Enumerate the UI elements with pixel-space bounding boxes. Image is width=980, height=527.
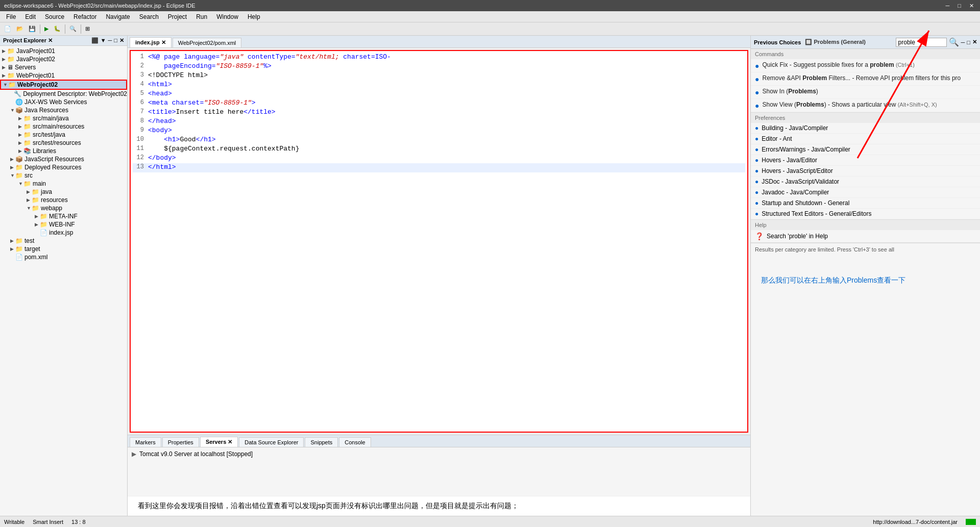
pref-hovers-java[interactable]: ● Hovers - Java/Editor (751, 155, 980, 166)
tab-markers[interactable]: Markers (130, 437, 161, 447)
tree-item-web-inf[interactable]: ▶ 📁 WEB-INF (0, 220, 127, 229)
minimize-button[interactable]: ─ (944, 3, 952, 9)
menu-window[interactable]: Window (212, 12, 242, 21)
tab-index-jsp[interactable]: index.jsp ✕ (130, 37, 172, 47)
explorer-title-icons: ⬛ ▼ ─ □ ✕ (91, 37, 124, 44)
close-button[interactable]: ✕ (967, 3, 976, 9)
code-line-12: 12 </body> (133, 154, 745, 163)
cmd-quickfix[interactable]: ● Quick Fix - Suggest possible fixes for… (751, 59, 980, 72)
menu-search[interactable]: Search (135, 12, 163, 21)
run-button[interactable]: ▶ (42, 24, 51, 33)
tree-item-resources[interactable]: ▶ 📁 resources (0, 196, 127, 204)
menu-run[interactable]: Run (192, 12, 211, 21)
tree-item-src[interactable]: ▼ 📁 src (0, 171, 127, 180)
tab-servers-label: Servers ✕ (206, 439, 232, 445)
pref-jsdoc[interactable]: ● JSDoc - JavaScript/Validator (751, 177, 980, 187)
tree-item-pom-xml[interactable]: 📄 pom.xml (0, 253, 127, 261)
tree-item-servers[interactable]: ▶ 🖥 Servers (0, 63, 127, 71)
explorer-collapse-icon[interactable]: ⬛ (91, 37, 99, 44)
menu-navigate[interactable]: Navigate (102, 12, 134, 21)
panel-close-icon[interactable]: ✕ (972, 39, 977, 45)
debug-button[interactable]: 🐛 (52, 24, 63, 33)
tree-item-jaxws[interactable]: 🌐 JAX-WS Web Services (0, 98, 127, 106)
tree-item-libraries[interactable]: ▶ 📚 Libraries (0, 147, 127, 155)
explorer-min-icon[interactable]: ─ (108, 37, 112, 44)
pref-startup-label: Startup and Shutdown - General (762, 199, 849, 207)
tab-datasource[interactable]: Data Source Explorer (239, 437, 304, 447)
pref-hovers-js[interactable]: ● Hovers - JavaScript/Editor (751, 166, 980, 177)
pref-editor-ant-bullet: ● (755, 135, 758, 142)
tree-item-webproject01[interactable]: ▶ 📁 WebProject01 (0, 71, 127, 80)
tab-properties[interactable]: Properties (162, 437, 199, 447)
pref-building[interactable]: ● Building - Java/Compiler (751, 123, 980, 134)
title-text: eclipse-workspace6 - WebProject02/src/ma… (4, 3, 195, 9)
tree-item-java-resources[interactable]: ▼ 📦 Java Resources (0, 106, 127, 114)
new-button[interactable]: 📄 (2, 24, 13, 33)
tree-item-meta-inf[interactable]: ▶ 📁 META-INF (0, 212, 127, 220)
preferences-section-title: Preferences (751, 113, 980, 123)
help-search[interactable]: ❓ Search 'proble' in Help (751, 230, 980, 242)
tree-item-webproject02[interactable]: ▼ 📁 WebProject02 (0, 80, 127, 90)
explorer-menu-icon[interactable]: ▼ (101, 37, 106, 44)
menu-project[interactable]: Project (164, 12, 191, 21)
pref-structured[interactable]: ● Structured Text Editors - General/Edit… (751, 209, 980, 219)
menu-edit[interactable]: Edit (21, 12, 40, 21)
menu-source[interactable]: Source (41, 12, 68, 21)
tree-item-webapp[interactable]: ▼ 📁 webapp (0, 204, 127, 212)
save-button[interactable]: 💾 (27, 24, 38, 33)
menu-help[interactable]: Help (243, 12, 264, 21)
tree-item-java[interactable]: ▶ 📁 java (0, 188, 127, 196)
tree-item-javaproject02[interactable]: ▶ 📁 JavaProject02 (0, 55, 127, 63)
main-annotation-text: 看到这里你会发现项目报错，沿着出错位置查看可以发现jsp页面并没有标识出哪里出问… (138, 501, 519, 510)
tab-snippets[interactable]: Snippets (305, 437, 338, 447)
problems-title: 🔲 Problems (General) (805, 39, 866, 45)
search-input[interactable] (896, 38, 947, 47)
pref-structured-label: Structured Text Editors - General/Editor… (762, 210, 871, 217)
code-line-8: 8 </head> (133, 117, 745, 127)
panel-collapse-icon[interactable]: ─ (961, 39, 965, 45)
tab-console[interactable]: Console (339, 437, 371, 447)
code-line-3: 3 <!DOCTYPE html> (133, 71, 745, 81)
cmd-remove-api[interactable]: ● Remove &API Problem Filters... - Remov… (751, 72, 980, 86)
main-layout: Project Explorer ✕ ⬛ ▼ ─ □ ✕ ▶ 📁 JavaPro… (0, 36, 980, 516)
pref-javadoc[interactable]: ● Javadoc - Java/Compiler (751, 187, 980, 198)
explorer-max-icon[interactable]: □ (114, 37, 117, 44)
explorer-close-icon[interactable]: ✕ (119, 37, 124, 44)
tree-item-src-main-java[interactable]: ▶ 📁 src/main/java (0, 114, 127, 122)
pref-startup[interactable]: ● Startup and Shutdown - General (751, 198, 980, 209)
tree-item-deployment[interactable]: 🔧 Deployment Descriptor: WebProject02 (0, 90, 127, 98)
tree-item-javaproject01[interactable]: ▶ 📁 JavaProject01 (0, 47, 127, 55)
cmd-quickfix-text: Quick Fix - Suggest possible fixes for a… (762, 61, 914, 68)
menu-file[interactable]: File (2, 12, 20, 21)
cmd-show-in[interactable]: ● Show In (Problems) (751, 86, 980, 99)
pref-editor-ant[interactable]: ● Editor - Ant (751, 134, 980, 144)
menu-refactor[interactable]: Refactor (69, 12, 101, 21)
toolbar: 📄 📂 💾 ▶ 🐛 🔍 ⊞ (0, 22, 980, 36)
tab-datasource-label: Data Source Explorer (244, 439, 298, 445)
line-content-13: </html> (148, 163, 745, 172)
tab-servers[interactable]: Servers ✕ (200, 437, 238, 447)
open-button[interactable]: 📂 (14, 24, 26, 33)
tree-item-target[interactable]: ▶ 📁 target (0, 245, 127, 253)
cmd-show-view[interactable]: ● Show View (Problems) - Shows a particu… (751, 99, 980, 112)
tree-item-src-test-java[interactable]: ▶ 📁 src/test/java (0, 131, 127, 139)
tree-item-main[interactable]: ▼ 📁 main (0, 180, 127, 188)
perspective-button[interactable]: ⊞ (83, 24, 92, 33)
tree-item-src-test-resources[interactable]: ▶ 📁 src/test/resources (0, 139, 127, 147)
code-content: 1 <%@ page language="java" contentType="… (131, 51, 747, 174)
line-num-13: 13 (133, 163, 148, 172)
search-icon[interactable]: 🔍 (949, 37, 959, 47)
tree-item-src-main-resources[interactable]: ▶ 📁 src/main/resources (0, 122, 127, 131)
panel-max-icon[interactable]: □ (967, 39, 970, 45)
tree-item-index-jsp[interactable]: 📄 index.jsp (0, 229, 127, 237)
tree-item-deployed-resources[interactable]: ▶ 📁 Deployed Resources (0, 163, 127, 171)
restore-button[interactable]: □ (955, 3, 963, 9)
tab-pom-xml[interactable]: WebProject02/pom.xml (173, 38, 242, 47)
search-toolbar-button[interactable]: 🔍 (67, 24, 79, 33)
pref-editor-ant-label: Editor - Ant (762, 135, 792, 142)
pref-errors-warnings[interactable]: ● Errors/Warnings - Java/Compiler (751, 144, 980, 155)
code-editor[interactable]: 1 <%@ page language="java" contentType="… (130, 50, 748, 433)
tree-item-js-resources[interactable]: ▶ 📦 JavaScript Resources (0, 155, 127, 163)
tree-item-test[interactable]: ▶ 📁 test (0, 237, 127, 245)
server-item[interactable]: ▶ Tomcat v9.0 Server at localhost [Stopp… (130, 449, 748, 459)
